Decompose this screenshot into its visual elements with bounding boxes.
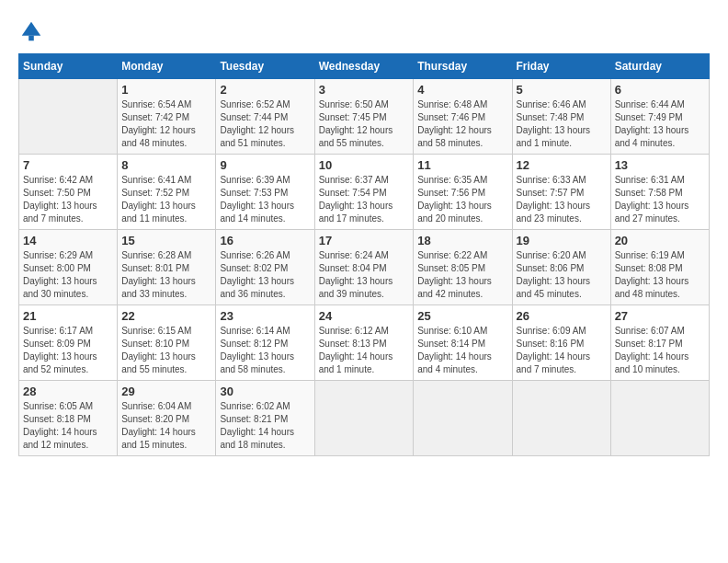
logo-icon [18, 18, 44, 44]
day-number: 21 [23, 309, 113, 323]
day-info: Sunrise: 6:05 AMSunset: 8:18 PMDaylight:… [23, 400, 113, 452]
day-info: Sunrise: 6:19 AMSunset: 8:08 PMDaylight:… [615, 249, 705, 301]
day-info: Sunrise: 6:44 AMSunset: 7:49 PMDaylight:… [615, 98, 705, 150]
calendar-cell: 5Sunrise: 6:46 AMSunset: 7:48 PMDaylight… [512, 79, 610, 155]
calendar-week-row: 28Sunrise: 6:05 AMSunset: 8:18 PMDayligh… [19, 381, 710, 456]
calendar-cell: 22Sunrise: 6:15 AMSunset: 8:10 PMDayligh… [118, 305, 216, 381]
day-number: 3 [319, 83, 410, 97]
day-number: 9 [220, 158, 310, 172]
day-info: Sunrise: 6:26 AMSunset: 8:02 PMDaylight:… [220, 249, 310, 301]
day-info: Sunrise: 6:39 AMSunset: 7:53 PMDaylight:… [220, 174, 310, 225]
calendar-cell: 29Sunrise: 6:04 AMSunset: 8:20 PMDayligh… [118, 381, 216, 456]
header-day: Thursday [414, 54, 512, 79]
calendar-body: 1Sunrise: 6:54 AMSunset: 7:42 PMDaylight… [19, 79, 710, 456]
day-number: 25 [417, 309, 507, 323]
calendar-week-row: 21Sunrise: 6:17 AMSunset: 8:09 PMDayligh… [19, 305, 710, 381]
header-row: SundayMondayTuesdayWednesdayThursdayFrid… [19, 54, 710, 79]
day-info: Sunrise: 6:31 AMSunset: 7:58 PMDaylight:… [615, 174, 705, 225]
day-number: 28 [23, 385, 113, 398]
calendar-cell: 6Sunrise: 6:44 AMSunset: 7:49 PMDaylight… [610, 79, 709, 155]
calendar-cell: 24Sunrise: 6:12 AMSunset: 8:13 PMDayligh… [314, 305, 414, 381]
day-number: 20 [615, 234, 705, 247]
calendar-cell: 15Sunrise: 6:28 AMSunset: 8:01 PMDayligh… [118, 230, 216, 305]
day-number: 12 [517, 158, 607, 172]
day-number: 19 [517, 234, 607, 247]
day-info: Sunrise: 6:20 AMSunset: 8:06 PMDaylight:… [517, 249, 607, 301]
day-info: Sunrise: 6:42 AMSunset: 7:50 PMDaylight:… [23, 174, 113, 225]
day-number: 1 [121, 83, 211, 97]
calendar-cell: 30Sunrise: 6:02 AMSunset: 8:21 PMDayligh… [216, 381, 314, 456]
day-info: Sunrise: 6:15 AMSunset: 8:10 PMDaylight:… [121, 325, 211, 376]
calendar-cell: 17Sunrise: 6:24 AMSunset: 8:04 PMDayligh… [314, 230, 414, 305]
header-day: Tuesday [216, 54, 314, 79]
calendar-week-row: 14Sunrise: 6:29 AMSunset: 8:00 PMDayligh… [19, 230, 710, 305]
calendar-cell: 7Sunrise: 6:42 AMSunset: 7:50 PMDaylight… [19, 155, 118, 230]
calendar-cell: 21Sunrise: 6:17 AMSunset: 8:09 PMDayligh… [19, 305, 118, 381]
calendar-week-row: 1Sunrise: 6:54 AMSunset: 7:42 PMDaylight… [19, 79, 710, 155]
header-day: Monday [118, 54, 216, 79]
calendar-cell: 8Sunrise: 6:41 AMSunset: 7:52 PMDaylight… [118, 155, 216, 230]
calendar-cell: 23Sunrise: 6:14 AMSunset: 8:12 PMDayligh… [216, 305, 314, 381]
calendar-cell: 14Sunrise: 6:29 AMSunset: 8:00 PMDayligh… [19, 230, 118, 305]
calendar-cell: 1Sunrise: 6:54 AMSunset: 7:42 PMDaylight… [118, 79, 216, 155]
page-header [18, 18, 710, 44]
calendar-cell: 25Sunrise: 6:10 AMSunset: 8:14 PMDayligh… [414, 305, 512, 381]
day-info: Sunrise: 6:22 AMSunset: 8:05 PMDaylight:… [417, 249, 507, 301]
day-info: Sunrise: 6:24 AMSunset: 8:04 PMDaylight:… [319, 249, 410, 301]
day-number: 10 [319, 158, 410, 172]
header-day: Wednesday [314, 54, 414, 79]
calendar-cell: 2Sunrise: 6:52 AMSunset: 7:44 PMDaylight… [216, 79, 314, 155]
header-day: Saturday [610, 54, 709, 79]
calendar-cell: 19Sunrise: 6:20 AMSunset: 8:06 PMDayligh… [512, 230, 610, 305]
day-number: 24 [319, 309, 410, 323]
day-number: 14 [23, 234, 113, 247]
calendar-cell: 3Sunrise: 6:50 AMSunset: 7:45 PMDaylight… [314, 79, 414, 155]
header-day: Friday [512, 54, 610, 79]
calendar-cell [314, 381, 414, 456]
svg-marker-0 [22, 22, 41, 36]
day-info: Sunrise: 6:35 AMSunset: 7:56 PMDaylight:… [417, 174, 507, 225]
calendar-cell: 28Sunrise: 6:05 AMSunset: 8:18 PMDayligh… [19, 381, 118, 456]
day-number: 22 [121, 309, 211, 323]
calendar-cell: 11Sunrise: 6:35 AMSunset: 7:56 PMDayligh… [414, 155, 512, 230]
calendar-cell: 13Sunrise: 6:31 AMSunset: 7:58 PMDayligh… [610, 155, 709, 230]
day-number: 29 [121, 385, 211, 398]
calendar-table: SundayMondayTuesdayWednesdayThursdayFrid… [18, 53, 710, 456]
day-info: Sunrise: 6:12 AMSunset: 8:13 PMDaylight:… [319, 325, 410, 376]
logo [18, 18, 46, 44]
calendar-cell [19, 79, 118, 155]
day-number: 4 [417, 83, 507, 97]
day-number: 6 [615, 83, 705, 97]
calendar-cell [610, 381, 709, 456]
calendar-header: SundayMondayTuesdayWednesdayThursdayFrid… [19, 54, 710, 79]
day-info: Sunrise: 6:50 AMSunset: 7:45 PMDaylight:… [319, 98, 410, 150]
calendar-cell: 4Sunrise: 6:48 AMSunset: 7:46 PMDaylight… [414, 79, 512, 155]
calendar-cell: 20Sunrise: 6:19 AMSunset: 8:08 PMDayligh… [610, 230, 709, 305]
calendar-cell: 9Sunrise: 6:39 AMSunset: 7:53 PMDaylight… [216, 155, 314, 230]
day-info: Sunrise: 6:07 AMSunset: 8:17 PMDaylight:… [615, 325, 705, 376]
day-number: 11 [417, 158, 507, 172]
day-number: 27 [615, 309, 705, 323]
day-info: Sunrise: 6:54 AMSunset: 7:42 PMDaylight:… [121, 98, 211, 150]
calendar-cell [414, 381, 512, 456]
calendar-cell: 27Sunrise: 6:07 AMSunset: 8:17 PMDayligh… [610, 305, 709, 381]
day-info: Sunrise: 6:04 AMSunset: 8:20 PMDaylight:… [121, 400, 211, 452]
day-info: Sunrise: 6:33 AMSunset: 7:57 PMDaylight:… [517, 174, 607, 225]
day-info: Sunrise: 6:41 AMSunset: 7:52 PMDaylight:… [121, 174, 211, 225]
day-info: Sunrise: 6:29 AMSunset: 8:00 PMDaylight:… [23, 249, 113, 301]
header-day: Sunday [19, 54, 118, 79]
day-info: Sunrise: 6:52 AMSunset: 7:44 PMDaylight:… [220, 98, 310, 150]
calendar-cell: 16Sunrise: 6:26 AMSunset: 8:02 PMDayligh… [216, 230, 314, 305]
day-number: 5 [517, 83, 607, 97]
day-number: 15 [121, 234, 211, 247]
day-info: Sunrise: 6:37 AMSunset: 7:54 PMDaylight:… [319, 174, 410, 225]
day-info: Sunrise: 6:09 AMSunset: 8:16 PMDaylight:… [517, 325, 607, 376]
day-number: 23 [220, 309, 310, 323]
calendar-cell: 12Sunrise: 6:33 AMSunset: 7:57 PMDayligh… [512, 155, 610, 230]
calendar-cell: 26Sunrise: 6:09 AMSunset: 8:16 PMDayligh… [512, 305, 610, 381]
day-info: Sunrise: 6:10 AMSunset: 8:14 PMDaylight:… [417, 325, 507, 376]
day-info: Sunrise: 6:28 AMSunset: 8:01 PMDaylight:… [121, 249, 211, 301]
calendar-cell: 18Sunrise: 6:22 AMSunset: 8:05 PMDayligh… [414, 230, 512, 305]
day-number: 13 [615, 158, 705, 172]
day-info: Sunrise: 6:17 AMSunset: 8:09 PMDaylight:… [23, 325, 113, 376]
